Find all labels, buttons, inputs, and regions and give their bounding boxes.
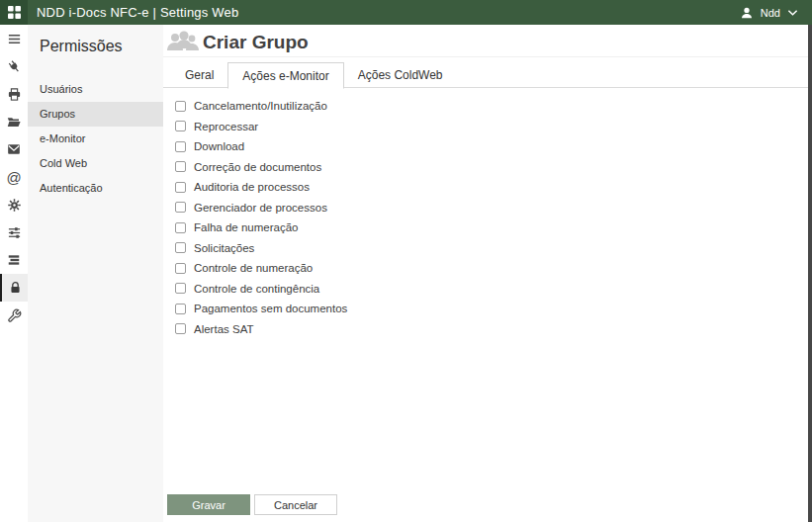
cancel-button[interactable]: Cancelar	[254, 494, 337, 515]
checkbox-row[interactable]: Auditoria de processos	[175, 177, 788, 198]
rail-item-printers[interactable]	[0, 80, 28, 108]
at-sign-icon: @	[6, 170, 21, 185]
tab-bar: Geral Ações e-Monitor Ações ColdWeb	[163, 62, 808, 88]
icon-rail: @	[0, 25, 28, 522]
checkbox-row[interactable]: Falha de numeração	[175, 218, 788, 238]
apps-grid-button[interactable]	[0, 0, 28, 25]
sidebar-item[interactable]: Autenticação	[28, 176, 163, 201]
user-name: Ndd	[761, 7, 780, 19]
sidebar-title: Permissões	[28, 25, 163, 55]
stack-icon	[6, 253, 22, 267]
mail-icon	[6, 142, 22, 156]
checkbox[interactable]	[175, 263, 186, 274]
apps-grid-icon	[8, 6, 21, 19]
checkbox-row[interactable]: Reprocessar	[175, 117, 788, 137]
rail-item-files[interactable]	[0, 108, 28, 135]
checkbox-label: Controle de contingência	[194, 283, 319, 295]
checkbox-label: Reprocessar	[194, 121, 258, 132]
checkbox-row[interactable]: Correção de documentos	[175, 157, 788, 178]
checkbox-label: Pagamentos sem documentos	[194, 303, 347, 314]
folder-open-icon	[6, 115, 22, 130]
checkbox[interactable]	[175, 182, 186, 193]
permissions-sidebar: Permissões Usuários Grupos e-Monitor Col…	[28, 25, 163, 522]
app-title: NDD i-Docs NFC-e | Settings Web	[37, 5, 238, 20]
checkbox-label: Download	[194, 140, 244, 152]
sliders-icon	[7, 225, 22, 240]
rail-item-preferences[interactable]	[0, 218, 28, 246]
checkbox-row[interactable]: Pagamentos sem documentos	[175, 299, 788, 319]
wrench-icon	[7, 308, 22, 323]
page-header: Criar Grupo	[163, 28, 808, 57]
checkbox-label: Auditoria de processos	[194, 181, 310, 193]
tab-label: Ações ColdWeb	[358, 68, 443, 82]
sidebar-item[interactable]: Grupos	[28, 102, 163, 127]
rail-item-security[interactable]	[0, 274, 28, 302]
checkbox-row[interactable]: Alertas SAT	[175, 319, 788, 340]
sidebar-item-label: Grupos	[40, 108, 75, 120]
user-icon	[740, 6, 754, 20]
tab-label: Ações e-Monitor	[242, 69, 328, 83]
tab[interactable]: Ações ColdWeb	[344, 62, 457, 88]
checkbox-label: Cancelamento/Inutilização	[194, 100, 327, 112]
rail-item-settings[interactable]	[0, 191, 28, 218]
menu-icon	[7, 32, 22, 46]
rail-item-menu[interactable]	[0, 25, 28, 52]
checkbox-label: Alertas SAT	[194, 323, 254, 335]
checkbox[interactable]	[175, 304, 186, 314]
main-content: Criar Grupo Geral Ações e-Monitor Ações …	[163, 25, 808, 522]
permissions-checkbox-list: Cancelamento/Inutilização Reprocessar Do…	[175, 96, 788, 339]
checkbox-label: Gerenciador de processos	[194, 202, 327, 214]
checkbox-row[interactable]: Download	[175, 136, 788, 157]
checkbox-row[interactable]: Gerenciador de processos	[175, 198, 788, 218]
gear-icon	[7, 198, 22, 213]
topbar: NDD i-Docs NFC-e | Settings Web Ndd	[0, 0, 812, 25]
checkbox-row[interactable]: Cancelamento/Inutilização	[175, 96, 788, 117]
checkbox-label: Controle de numeração	[194, 262, 313, 274]
sidebar-item-label: e-Monitor	[40, 132, 85, 144]
rail-item-services[interactable]	[0, 246, 28, 274]
sidebar-item[interactable]: Usuários	[28, 77, 163, 102]
checkbox-label: Correção de documentos	[194, 161, 321, 173]
checkbox[interactable]	[175, 222, 186, 233]
checkbox-row[interactable]: Controle de contingência	[175, 279, 788, 300]
checkbox[interactable]	[175, 242, 186, 253]
chevron-down-icon	[787, 9, 798, 17]
checkbox[interactable]	[175, 141, 186, 152]
sidebar-item-label: Autenticação	[40, 182, 103, 194]
user-menu[interactable]: Ndd	[740, 6, 812, 20]
sidebar-item[interactable]: e-Monitor	[28, 127, 163, 151]
rail-item-mail[interactable]	[0, 135, 28, 163]
right-edge-scrollbar[interactable]	[808, 25, 812, 522]
sidebar-list: Usuários Grupos e-Monitor Cold Web Auten…	[28, 77, 163, 201]
sidebar-item-label: Cold Web	[40, 157, 87, 169]
printer-icon	[7, 87, 22, 102]
plug-icon	[7, 59, 22, 74]
save-button[interactable]: Gravar	[167, 494, 250, 515]
checkbox[interactable]	[175, 323, 186, 334]
tab[interactable]: Geral	[171, 62, 227, 88]
lock-icon	[9, 281, 22, 295]
rail-item-connections[interactable]	[0, 52, 28, 80]
tab-label: Geral	[185, 68, 214, 82]
rail-item-at[interactable]: @	[0, 163, 28, 191]
app-window: NDD i-Docs NFC-e | Settings Web Ndd	[0, 0, 812, 522]
form-actions: Gravar Cancelar	[167, 494, 337, 515]
checkbox[interactable]	[175, 283, 186, 294]
checkbox[interactable]	[175, 101, 186, 112]
checkbox-label: Falha de numeração	[194, 221, 298, 233]
sidebar-item[interactable]: Cold Web	[28, 151, 163, 176]
checkbox-row[interactable]: Solicitações	[175, 238, 788, 259]
checkbox-label: Solicitações	[194, 242, 254, 254]
checkbox[interactable]	[175, 161, 186, 172]
group-people-icon	[165, 29, 201, 56]
tab[interactable]: Ações e-Monitor	[227, 62, 343, 89]
page-title: Criar Grupo	[203, 32, 309, 53]
checkbox-row[interactable]: Controle de numeração	[175, 258, 788, 279]
rail-item-tools[interactable]	[0, 302, 28, 329]
checkbox[interactable]	[175, 202, 186, 213]
sidebar-item-label: Usuários	[40, 83, 82, 95]
checkbox[interactable]	[175, 121, 186, 131]
